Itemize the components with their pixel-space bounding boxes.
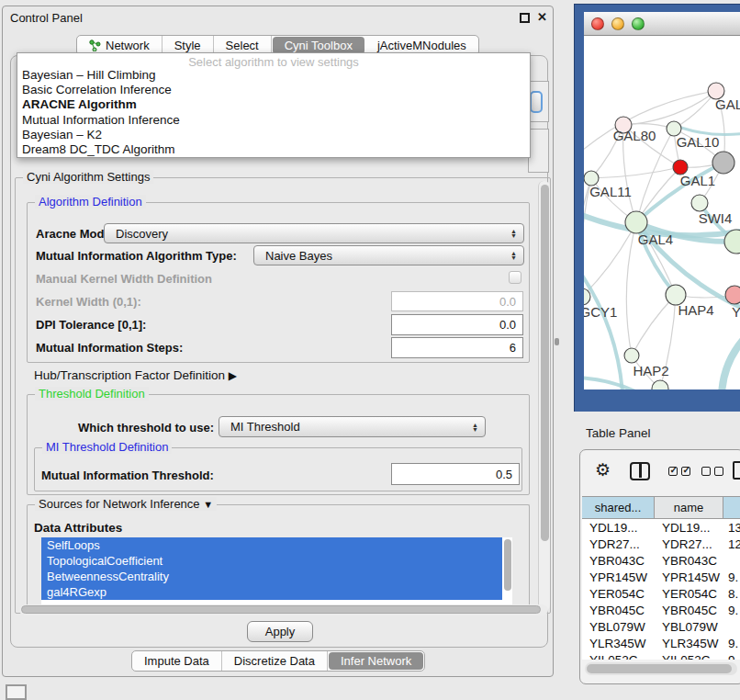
algorithm-option[interactable]: Dream8 DC_TDC Algorithm [17, 142, 530, 157]
table-cell: 12 [723, 536, 740, 552]
list-scrollbar-thumb[interactable] [504, 539, 511, 591]
birdseye-corner-widget[interactable] [6, 684, 27, 700]
table-cell: YIL052C [582, 651, 655, 660]
table-horizontal-scrollbar[interactable] [585, 662, 737, 675]
data-attributes-list[interactable]: SelfLoopsTopologicalCoefficientBetweenne… [41, 537, 512, 609]
dpi-tolerance-label: DPI Tolerance [0,1]: [36, 318, 146, 332]
combo-arrows-icon: ▲▼ [510, 251, 517, 260]
table-cell: YLR345W [655, 635, 723, 651]
table-row[interactable]: YDR27...YDR27...12 [582, 536, 740, 552]
network-node-gcy1[interactable] [584, 288, 590, 305]
network-node-gray-node[interactable] [712, 152, 734, 174]
mi-steps-field[interactable]: 6 [391, 337, 523, 358]
tab-impute-data[interactable]: Impute Data [132, 651, 222, 671]
split-pane-grip[interactable] [555, 338, 559, 345]
settings-vscroll-thumb[interactable] [541, 185, 549, 541]
network-edge-highlight[interactable] [584, 267, 622, 390]
settings-group-title: Cyni Algorithm Settings [23, 170, 153, 184]
manual-kernel-checkbox[interactable] [509, 271, 521, 284]
zoom-traffic-light-icon[interactable] [632, 17, 645, 30]
network-edge[interactable] [626, 222, 636, 356]
mi-type-select[interactable]: Naive Bayes ▲▼ [253, 245, 524, 265]
algorithm-definition-title: Algorithm Definition [35, 195, 146, 209]
tab-discretize-data[interactable]: Discretize Data [222, 651, 328, 671]
which-threshold-value: MI Threshold [230, 420, 300, 434]
new-table-icon[interactable] [733, 461, 740, 480]
split-columns-icon[interactable] [630, 462, 650, 480]
sources-group-title: Sources for Network Inference ▼ [35, 497, 217, 511]
attribute-list-item[interactable]: gal4RGexp [41, 584, 502, 600]
table-header-cell[interactable] [723, 497, 740, 518]
dpi-tolerance-field[interactable]: 0.0 [391, 314, 523, 335]
network-edge[interactable] [623, 91, 716, 125]
application-root: Control Panel ✕ NetworkStyleSelectCyni T… [0, 0, 740, 700]
attribute-list-item[interactable]: BetweennessCentrality [41, 569, 502, 584]
close-icon[interactable]: ✕ [537, 10, 547, 24]
network-node-bottom[interactable] [652, 380, 668, 390]
aracne-mode-select[interactable]: Discovery ▲▼ [104, 223, 524, 243]
apply-button[interactable]: Apply [247, 621, 313, 642]
table-row[interactable]: YIL052CYIL052C9 [582, 651, 740, 660]
select-all-icon[interactable] [668, 467, 690, 476]
network-edge[interactable] [584, 222, 636, 297]
which-threshold-select[interactable]: MI Threshold ▲▼ [219, 416, 486, 437]
algorithm-placeholder: Select algorithm to view settings [17, 53, 530, 68]
sources-title-text: Sources for Network Inference [39, 497, 200, 511]
expanded-arrow-icon[interactable]: ▼ [203, 499, 213, 510]
node-table: shared...name YDL19...YDL19...13YDR27...… [582, 496, 740, 660]
gear-icon[interactable]: ⚙ [595, 459, 611, 480]
node-label-gal-top: GAL [715, 96, 740, 112]
table-row[interactable]: YER054CYER054C8. [582, 585, 740, 602]
table-row[interactable]: YLR345WYLR345W9. [582, 635, 740, 651]
algorithm-option[interactable]: Bayesian – Hill Climbing [17, 68, 530, 83]
tab-label: Network [106, 39, 150, 52]
kernel-width-value: 0.0 [499, 295, 516, 309]
float-window-icon[interactable] [520, 13, 530, 23]
table-header-cell[interactable]: name [655, 497, 723, 518]
mi-steps-value: 6 [510, 341, 516, 355]
network-edge-highlight[interactable] [584, 378, 641, 390]
deselect-all-icon[interactable] [701, 467, 723, 476]
network-node-hap2[interactable] [624, 348, 639, 363]
attribute-list-item[interactable]: SelfLoops [41, 537, 502, 553]
network-window-titlebar[interactable] [584, 12, 740, 36]
kernel-width-field: 0.0 [391, 291, 523, 311]
table-row[interactable]: YBR043CYBR043C [582, 552, 740, 569]
algorithm-option[interactable]: Basic Correlation Inference [17, 83, 530, 97]
settings-vertical-scrollbar[interactable] [538, 181, 550, 611]
settings-horizontal-scrollbar[interactable] [19, 604, 548, 615]
table-cell: YPR145W [582, 569, 655, 585]
table-hscroll-thumb[interactable] [587, 664, 732, 673]
algorithm-option[interactable]: ARACNE Algorithm [17, 97, 530, 112]
tab-infer-network[interactable]: Infer Network [329, 652, 423, 670]
table-cell: 9. [723, 569, 740, 585]
mi-threshold-field[interactable]: 0.5 [391, 463, 520, 485]
table-row[interactable]: YBR045CYBR045C9. [582, 602, 740, 618]
network-node-swi4[interactable] [691, 195, 708, 211]
algorithm-option[interactable]: Bayesian – K2 [17, 128, 530, 142]
table-row[interactable]: YPR145WYPR145W9. [582, 569, 740, 585]
table-row[interactable]: YBL079WYBL079W [582, 618, 740, 635]
minimize-traffic-light-icon[interactable] [611, 17, 624, 30]
table-cell: 13 [723, 519, 740, 536]
network-canvas[interactable]: GALGAL80GAL10GAL1GAL11SWI4GAL4GCY1HAP4YH… [584, 36, 740, 390]
table-cell: YBL079W [582, 618, 655, 635]
network-node-gal4[interactable] [625, 211, 647, 233]
hub-definition-label: Hub/Transcription Factor Definition [34, 368, 225, 382]
network-edge[interactable] [632, 295, 676, 356]
network-node-salmon[interactable] [725, 286, 740, 304]
hub-definition-toggle[interactable]: Hub/Transcription Factor Definition ▶ [34, 368, 237, 382]
attribute-list-item[interactable]: TopologicalCoefficient [41, 553, 502, 569]
settings-hscroll-thumb[interactable] [21, 605, 541, 614]
algorithm-option[interactable]: Mutual Information Inference [17, 113, 530, 128]
table-header-cell[interactable]: shared... [582, 497, 655, 518]
network-edge[interactable] [591, 167, 680, 178]
table-cell: YBR043C [655, 552, 723, 569]
hidden-panel-fragment [528, 129, 549, 173]
tab-label: jActiveMNodules [377, 39, 466, 52]
close-traffic-light-icon[interactable] [591, 17, 604, 30]
network-edge-highlight[interactable] [722, 337, 740, 390]
tab-label: Infer Network [341, 654, 411, 668]
combo-arrows-icon: ▲▼ [472, 423, 478, 432]
table-row[interactable]: YDL19...YDL19...13 [582, 519, 740, 536]
